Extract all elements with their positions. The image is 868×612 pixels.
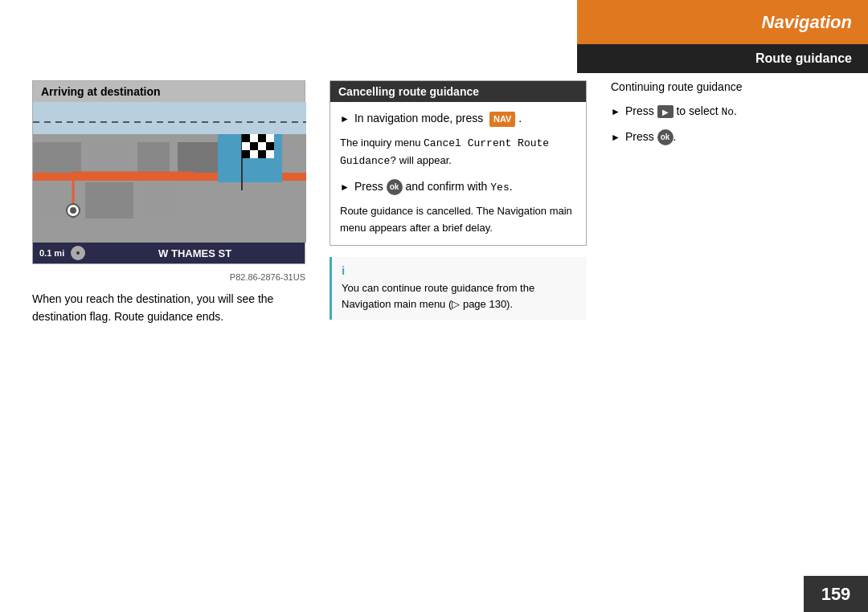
svg-rect-24 (250, 150, 258, 158)
svg-rect-8 (141, 182, 178, 218)
svg-rect-20 (250, 142, 258, 150)
page-number-box: 159 (804, 576, 868, 612)
map-location-icon (71, 246, 85, 260)
cancel-step2-text: Press ok and confirm with Yes. (354, 178, 513, 196)
svg-rect-21 (258, 142, 266, 150)
cancel-header: Cancelling route guidance (330, 81, 586, 102)
right-step2-text: Press ok. (625, 129, 677, 145)
svg-rect-23 (242, 150, 250, 158)
svg-point-12 (70, 207, 76, 214)
svg-rect-25 (258, 150, 266, 158)
svg-rect-26 (266, 150, 274, 158)
right-step1-text: Press ▶ to select No. (625, 103, 737, 120)
inquiry-text: The inquiry menu Cancel Current Route Gu… (340, 135, 576, 170)
nav-badge: NAV (489, 112, 515, 127)
bullet-arrow-1: ► (340, 112, 350, 126)
forward-btn: ▶ (657, 105, 674, 118)
svg-rect-18 (266, 134, 274, 142)
menu-name: Cancel Current Route Guidance? (340, 137, 549, 167)
left-column: Arriving at destination (32, 80, 305, 564)
svg-rect-4 (137, 142, 170, 174)
svg-rect-5 (178, 142, 218, 174)
map-distance: 0.1 mi (39, 248, 64, 258)
cancel-step1: ► In navigation mode, press NAV . (340, 110, 576, 127)
part-number: P82.86-2876-31US (32, 272, 305, 282)
arriving-description: When you reach the destination, you will… (32, 290, 305, 326)
svg-rect-17 (258, 134, 266, 142)
no-text: No (722, 106, 735, 118)
ok-badge-1: ok (387, 179, 403, 195)
header-bar: Navigation (577, 0, 868, 44)
svg-rect-16 (250, 134, 258, 142)
cancel-step2: ► Press ok and confirm with Yes. (340, 178, 576, 196)
svg-point-28 (76, 251, 80, 255)
arriving-section: Arriving at destination (32, 80, 305, 264)
svg-rect-7 (85, 182, 133, 218)
svg-rect-22 (266, 142, 274, 150)
right-bullet-arrow-2: ► (611, 130, 620, 145)
map-container (33, 102, 306, 243)
right-step1: ► Press ▶ to select No. (611, 103, 836, 120)
subheader-title: Route guidance (755, 51, 852, 66)
svg-rect-15 (242, 134, 250, 142)
arriving-header: Arriving at destination (33, 81, 305, 102)
right-bullet-arrow-1: ► (611, 104, 620, 119)
svg-rect-3 (89, 142, 129, 174)
continuing-title: Continuing route guidance (611, 80, 836, 93)
header-title: Navigation (762, 12, 852, 33)
route-cancelled-text: Route guidance is cancelled. The Navigat… (340, 203, 576, 237)
cancel-body: ► In navigation mode, press NAV . The in… (330, 102, 586, 245)
yes-text: Yes (490, 182, 509, 194)
subheader-bar: Route guidance (577, 44, 868, 73)
map-bottom-bar: 0.1 mi W THAMES ST (33, 243, 305, 263)
info-icon: i (342, 263, 577, 277)
map-svg (33, 102, 306, 243)
right-bullets: ► Press ▶ to select No. ► Press ok. (611, 103, 836, 145)
info-box: i You can continue route guidance from t… (330, 257, 587, 320)
cancel-step1-text: In navigation mode, press NAV . (354, 110, 522, 127)
middle-column: Cancelling route guidance ► In navigatio… (330, 80, 587, 564)
cancel-section: Cancelling route guidance ► In navigatio… (330, 80, 587, 246)
info-text: You can continue route guidance from the… (342, 280, 577, 314)
ok-badge-2: ok (657, 129, 674, 145)
svg-rect-2 (33, 142, 81, 174)
main-content: Arriving at destination (32, 80, 836, 564)
svg-rect-19 (242, 142, 250, 150)
right-column: Continuing route guidance ► Press ▶ to s… (611, 80, 836, 564)
map-street-label: W THAMES ST (92, 247, 298, 259)
page-number-text: 159 (821, 584, 851, 605)
bullet-arrow-2: ► (340, 180, 350, 194)
right-step2: ► Press ok. (611, 129, 836, 145)
